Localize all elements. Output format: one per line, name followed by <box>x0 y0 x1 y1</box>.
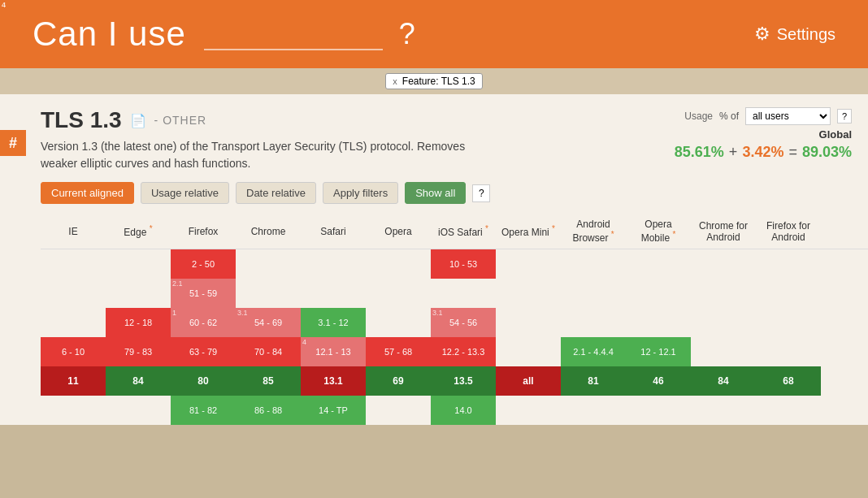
cell-opera_mini[interactable]: all <box>496 366 561 396</box>
header-firefox: Firefox <box>171 214 236 249</box>
table-header-row: IE Edge * Firefox Chrome Safari Opera iO… <box>41 214 868 249</box>
cell-android_browser[interactable] <box>561 396 626 425</box>
cell-ie[interactable] <box>41 249 106 279</box>
feature-tag-close[interactable]: x <box>393 76 397 86</box>
cell-chrome_android[interactable] <box>691 279 756 308</box>
cell-ios_safari[interactable]: 54 - 563.1 <box>431 308 496 337</box>
filter-date-relative[interactable]: Date relative <box>236 182 316 204</box>
filter-show-all[interactable]: Show all <box>405 182 466 204</box>
cell-chrome[interactable]: 85 <box>236 366 301 396</box>
cell-extra[interactable] <box>821 279 868 308</box>
cell-chrome[interactable] <box>236 279 301 308</box>
cell-opera_mini[interactable] <box>496 308 561 337</box>
cell-edge[interactable]: 79 - 83 <box>106 337 171 366</box>
cell-opera_mini[interactable] <box>496 249 561 279</box>
cell-extra[interactable] <box>821 337 868 366</box>
cell-firefox_android[interactable] <box>756 279 821 308</box>
cell-extra[interactable] <box>821 366 868 396</box>
feature-tag-label: Feature: TLS 1.3 <box>402 76 475 87</box>
cell-safari[interactable]: 12.1 - 134 <box>301 337 366 366</box>
cell-opera[interactable]: 57 - 68 <box>366 337 431 366</box>
cell-chrome_android[interactable] <box>691 249 756 279</box>
cell-safari[interactable] <box>301 249 366 279</box>
cell-extra[interactable] <box>821 249 868 279</box>
cell-firefox_android[interactable] <box>756 308 821 337</box>
cell-firefox_android[interactable] <box>756 249 821 279</box>
usage-panel: Usage % of all users desktop users mobil… <box>543 107 852 161</box>
feature-category: - OTHER <box>154 114 207 127</box>
cell-opera[interactable] <box>366 308 431 337</box>
cell-chrome[interactable]: 86 - 88 <box>236 396 301 425</box>
cell-safari[interactable]: 14 - TP <box>301 396 366 425</box>
cell-edge[interactable]: 12 - 18 <box>106 308 171 337</box>
cell-firefox[interactable]: 63 - 79 <box>171 337 236 366</box>
settings-label: Settings <box>777 25 835 44</box>
cell-extra[interactable] <box>821 308 868 337</box>
cell-opera_mobile[interactable] <box>626 308 691 337</box>
cell-firefox_android[interactable] <box>756 337 821 366</box>
cell-opera_mobile[interactable] <box>626 279 691 308</box>
cell-ios_safari[interactable]: 14.0 <box>431 396 496 425</box>
cell-ie[interactable]: 6 - 10 <box>41 337 106 366</box>
cell-opera_mini[interactable] <box>496 337 561 366</box>
filter-apply[interactable]: Apply filters <box>323 182 398 204</box>
cell-ios_safari[interactable]: 13.5 <box>431 366 496 396</box>
filter-usage-relative[interactable]: Usage relative <box>141 182 229 204</box>
cell-ie[interactable] <box>41 396 106 425</box>
users-select[interactable]: all users desktop users mobile users <box>745 107 831 125</box>
cell-extra[interactable] <box>821 396 868 425</box>
header-android-browser: Android Browser * <box>561 214 626 249</box>
cell-ios_safari[interactable] <box>431 279 496 308</box>
cell-edge[interactable] <box>106 396 171 425</box>
cell-firefox_android[interactable] <box>756 396 821 425</box>
cell-opera_mini[interactable] <box>496 396 561 425</box>
filter-current-aligned[interactable]: Current aligned <box>41 182 134 204</box>
cell-edge[interactable] <box>106 279 171 308</box>
cell-firefox[interactable]: 81 - 82 <box>171 396 236 425</box>
cell-safari[interactable]: 3.1 - 12 <box>301 308 366 337</box>
cell-chrome[interactable]: 54 - 693.1 <box>236 308 301 337</box>
cell-android_browser[interactable] <box>561 279 626 308</box>
cell-edge[interactable]: 84 <box>106 366 171 396</box>
cell-firefox[interactable]: 51 - 592.1 <box>171 279 236 308</box>
cell-chrome_android[interactable] <box>691 308 756 337</box>
cell-ie[interactable]: 11 <box>41 366 106 396</box>
cell-opera_mobile[interactable]: 12 - 12.1 <box>626 337 691 366</box>
header-opera-mini: Opera Mini * <box>496 214 561 249</box>
cell-opera[interactable]: 69 <box>366 366 431 396</box>
cell-chrome_android[interactable]: 84 <box>691 366 756 396</box>
cell-safari[interactable]: 13.14 <box>301 366 366 396</box>
usage-help-button[interactable]: ? <box>837 109 852 123</box>
cell-ios_safari[interactable]: 10 - 53 <box>431 249 496 279</box>
cell-firefox[interactable]: 60 - 621 <box>171 308 236 337</box>
header-edge: Edge * <box>106 214 171 249</box>
cell-edge[interactable] <box>106 249 171 279</box>
cell-ie[interactable] <box>41 279 106 308</box>
doc-icon[interactable]: 📄 <box>130 113 146 128</box>
cell-firefox[interactable]: 2 - 50 <box>171 249 236 279</box>
cell-chrome_android[interactable] <box>691 337 756 366</box>
cell-opera[interactable] <box>366 249 431 279</box>
cell-opera[interactable] <box>366 279 431 308</box>
cell-android_browser[interactable]: 2.1 - 4.4.4 <box>561 337 626 366</box>
cell-android_browser[interactable] <box>561 308 626 337</box>
cell-android_browser[interactable] <box>561 249 626 279</box>
cell-opera_mini[interactable] <box>496 279 561 308</box>
cell-safari[interactable] <box>301 279 366 308</box>
header-ie: IE <box>41 214 106 249</box>
cell-ios_safari[interactable]: 12.2 - 13.3 <box>431 337 496 366</box>
cell-opera_mobile[interactable] <box>626 396 691 425</box>
cell-firefox[interactable]: 80 <box>171 366 236 396</box>
settings-button[interactable]: ⚙ Settings <box>754 24 835 45</box>
cell-chrome[interactable] <box>236 249 301 279</box>
cell-firefox_android[interactable]: 68 <box>756 366 821 396</box>
cell-ie[interactable] <box>41 308 106 337</box>
filter-question[interactable]: ? <box>472 184 490 202</box>
cell-opera_mobile[interactable] <box>626 249 691 279</box>
cell-opera[interactable] <box>366 396 431 425</box>
cell-chrome_android[interactable] <box>691 396 756 425</box>
cell-chrome[interactable]: 70 - 84 <box>236 337 301 366</box>
search-input[interactable] <box>204 18 383 50</box>
cell-opera_mobile[interactable]: 46 <box>626 366 691 396</box>
cell-android_browser[interactable]: 81 <box>561 366 626 396</box>
